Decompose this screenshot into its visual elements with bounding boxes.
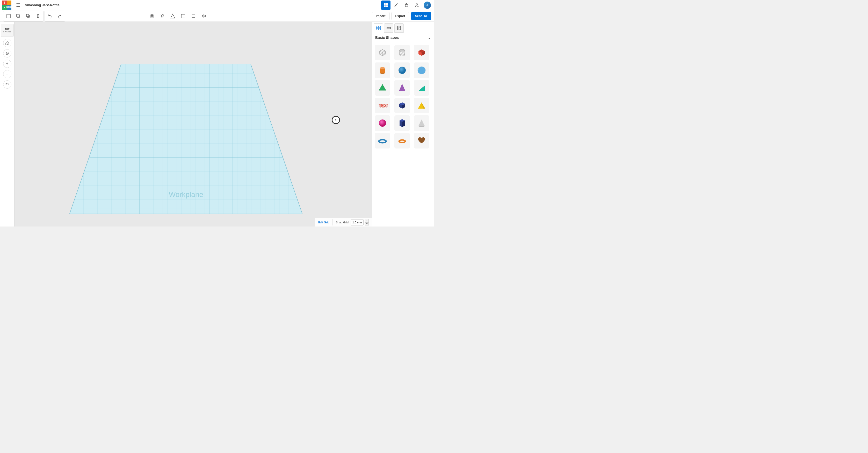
shape-sphere-magenta[interactable] [375,115,390,131]
canvas-area[interactable]: Workplane › Edit Grid Snap Grid ▲ ▼ [14,22,372,227]
shape-preview-box-red [416,48,427,58]
undo-button[interactable] [45,11,55,21]
ruler-icon [386,26,391,30]
mirror-tool-button[interactable] [199,11,209,21]
shape-icon [170,13,175,19]
shape-pyramid-yellow[interactable] [414,98,429,113]
delete-button[interactable] [33,11,43,21]
svg-rect-42 [376,28,378,30]
redo-button[interactable] [55,11,64,21]
collapse-panel-button[interactable]: › [332,116,340,124]
snap-up-button[interactable]: ▲ [365,219,369,222]
svg-marker-23 [170,14,175,18]
svg-rect-0 [384,3,385,5]
snap-grid-label: Snap Grid [336,221,348,224]
profile-button[interactable]: J [423,1,432,10]
svg-point-5 [416,4,418,5]
shapes-grid: TEXTTEXT [372,42,434,151]
import-button[interactable]: Import [372,12,389,20]
duplicate-button[interactable] [24,11,33,21]
grid-icon [383,3,388,7]
tinkercad-logo[interactable]: T I N KER [2,1,11,10]
new-icon [6,14,11,19]
notes-tab[interactable] [394,23,404,33]
shape-text-3d[interactable]: TEXTTEXT [375,98,390,113]
snap-down-button[interactable]: ▼ [365,222,369,225]
suitcase-button[interactable] [402,1,411,10]
shape-preview-pyramid-purple [397,83,407,93]
shape-pyramid-purple[interactable] [394,80,410,96]
shape-preview-cube-navy [397,100,407,111]
zoom-out-button[interactable]: − [3,70,11,78]
shapes-title: Basic Shapes [375,35,399,40]
svg-marker-68 [379,84,386,90]
svg-point-82 [379,119,386,127]
hamburger-menu-button[interactable]: ☰ [13,1,23,10]
copy-button[interactable] [14,11,23,21]
shape-wedge-teal[interactable] [414,80,429,96]
shape-heart-brown[interactable] [414,133,429,148]
send-to-button[interactable]: Send To [411,12,431,20]
fit-view-button[interactable] [3,49,11,58]
rotate-button[interactable] [3,80,11,89]
svg-rect-40 [376,26,378,28]
transform-tool-button[interactable] [178,11,188,21]
svg-rect-3 [386,5,388,7]
shape-cube-navy[interactable] [394,98,410,113]
delete-icon [36,14,40,19]
shape-sphere-blue[interactable] [394,62,410,78]
shape-preview-torus-orange [397,136,407,146]
shape-cylinder-orange[interactable] [375,62,390,78]
right-panel-tabs [372,22,434,33]
grid-shapes-icon [376,26,381,30]
add-user-button[interactable] [412,1,422,10]
tools-button[interactable] [392,1,401,10]
view-cube-front: FRONT [3,30,11,33]
shapes-dropdown-button[interactable]: ⌄ [428,35,431,40]
zoom-in-button[interactable]: + [3,60,11,68]
camera-tool-button[interactable] [147,11,157,21]
shape-box-blue-tall[interactable] [394,115,410,131]
shape-torus-blue[interactable] [375,133,390,148]
export-button[interactable]: Export [392,12,409,20]
svg-line-21 [161,15,161,15]
shapes-tab[interactable] [374,23,383,33]
edit-grid-label[interactable]: Edit Grid [318,221,330,224]
svg-rect-4 [405,4,408,7]
tools-icon [394,3,399,7]
shape-preview-cone-gray [416,118,427,128]
shape-cylinder-striped[interactable] [394,45,410,60]
svg-marker-31 [202,15,203,17]
light-tool-button[interactable] [158,11,167,21]
toolbar: Import Export Send To [0,10,434,22]
shape-blob-blue[interactable] [414,62,429,78]
shape-torus-orange[interactable] [394,133,410,148]
svg-point-60 [400,49,405,51]
snap-grid-input[interactable] [351,219,364,225]
avatar: J [424,2,431,9]
undo-icon [48,14,52,19]
shape-pyramid-green[interactable] [375,80,390,96]
shape-preview-pyramid-green [377,83,388,93]
svg-rect-10 [17,14,19,17]
right-panel: Basic Shapes ⌄ [372,22,434,227]
camera-icon [149,13,155,19]
view-cube[interactable]: TOP FRONT [1,24,14,37]
new-button[interactable] [4,11,13,21]
shape-preview-box-blue-tall [397,118,407,128]
align-tool-button[interactable] [189,11,198,21]
home-icon [5,41,9,45]
copy-icon [16,14,21,19]
grid-view-button[interactable] [381,1,391,10]
view-cube-top: TOP [5,28,9,30]
measure-tab[interactable] [384,23,393,33]
shape-tool-button[interactable] [168,11,177,21]
home-view-button[interactable] [3,39,11,47]
shape-box-striped[interactable] [375,45,390,60]
align-icon [191,13,196,19]
shape-box-red[interactable] [414,45,429,60]
shape-cone-gray[interactable] [414,115,429,131]
svg-text:TEXT: TEXT [379,104,388,108]
workplane: Workplane [69,64,303,214]
svg-point-33 [6,52,8,55]
